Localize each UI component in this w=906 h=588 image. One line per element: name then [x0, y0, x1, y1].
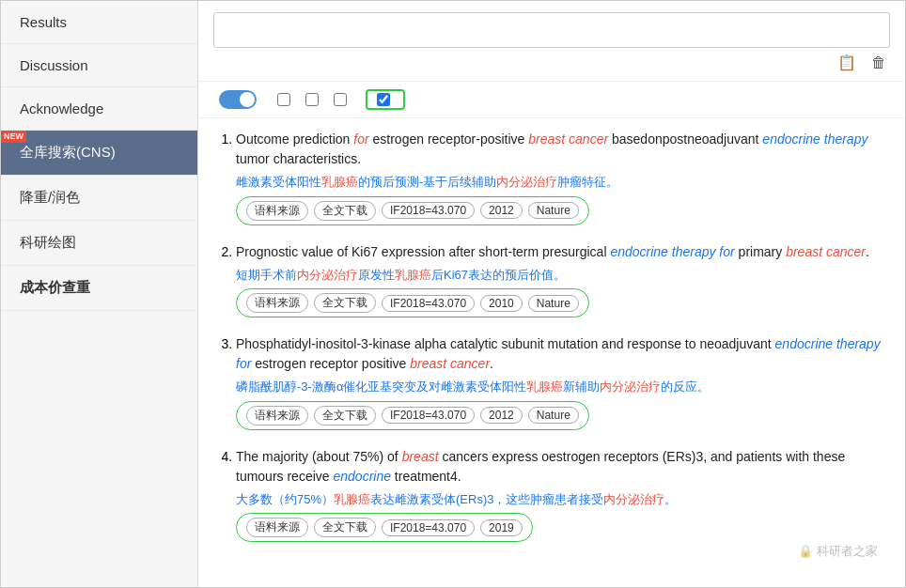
tag-----[interactable]: 全文下载 — [314, 293, 376, 313]
result-item-2: Prognostic value of Ki67 expression afte… — [236, 242, 890, 318]
filter-lt3[interactable] — [277, 93, 294, 106]
tag-Nature[interactable]: Nature — [528, 407, 579, 424]
tags-row-3: 语料来源全文下载IF2018=43.0702012Nature — [236, 401, 589, 430]
tag-----[interactable]: 语料来源 — [246, 406, 308, 426]
result-title-3: Phosphatidyl-inositol-3-kinase alpha cat… — [236, 334, 890, 374]
result-item-1: Outcome prediction for estrogen receptor… — [236, 130, 890, 225]
filter-gt10[interactable] — [334, 93, 351, 106]
translate-toggle-item — [213, 90, 257, 109]
tag-IF2018-43-070[interactable]: IF2018=43.070 — [382, 519, 475, 536]
filter-3-10[interactable] — [305, 93, 322, 106]
search-input[interactable] — [213, 12, 890, 48]
results-area: Outcome prediction for estrogen receptor… — [198, 118, 905, 587]
sidebar-label-discussion: Discussion — [20, 57, 88, 73]
sidebar-label-drawing: 科研绘图 — [20, 234, 76, 250]
search-bar-area: 📋 🗑 — [198, 1, 905, 82]
cns-filter-btn[interactable] — [366, 89, 405, 110]
sidebar-item-acknowledge[interactable]: Acknowledge — [1, 87, 197, 131]
sidebar-item-cns-search[interactable]: NEW全库搜索(CNS) — [1, 131, 197, 176]
results-list: Outcome prediction for estrogen receptor… — [213, 130, 890, 542]
filter-item — [272, 93, 351, 106]
tag-----[interactable]: 语料来源 — [246, 201, 308, 221]
translate-toggle[interactable] — [219, 90, 257, 109]
tag-----[interactable]: 语料来源 — [246, 518, 308, 537]
tags-row-2: 语料来源全文下载IF2018=43.0702010Nature — [236, 288, 589, 317]
tag-----[interactable]: 全文下载 — [314, 518, 376, 537]
tags-row-4: 语料来源全文下载IF2018=43.0702019 — [236, 513, 533, 542]
sidebar-item-rewrite[interactable]: 降重/润色 — [1, 176, 197, 221]
tag-IF2018-43-070[interactable]: IF2018=43.070 — [382, 202, 475, 219]
result-chinese-2: 短期手术前内分泌治疗原发性乳腺癌后Ki67表达的预后价值。 — [236, 266, 890, 285]
sidebar-item-discussion[interactable]: Discussion — [1, 44, 197, 87]
result-item-3: Phosphatidyl-inositol-3-kinase alpha cat… — [236, 334, 890, 430]
tag-IF2018-43-070[interactable]: IF2018=43.070 — [382, 295, 475, 312]
app-window: ResultsDiscussionAcknowledgeNEW全库搜索(CNS)… — [0, 0, 906, 588]
tag-IF2018-43-070[interactable]: IF2018=43.070 — [382, 407, 475, 424]
result-chinese-3: 磷脂酰肌醇-3-激酶α催化亚基突变及对雌激素受体阳性乳腺癌新辅助内分泌治疗的反应… — [236, 378, 890, 396]
result-chinese-1: 雌激素受体阳性乳腺癌的预后预测-基于后续辅助内分泌治疗肿瘤特征。 — [236, 173, 890, 192]
filter-lt3-checkbox[interactable] — [277, 93, 290, 106]
sidebar: ResultsDiscussionAcknowledgeNEW全库搜索(CNS)… — [1, 1, 198, 587]
filter-gt10-checkbox[interactable] — [334, 93, 347, 106]
tag-2010[interactable]: 2010 — [480, 295, 523, 312]
tag-2012[interactable]: 2012 — [480, 407, 523, 424]
tag-----[interactable]: 全文下载 — [314, 201, 376, 221]
result-title-4: The majority (about 75%) of breast cance… — [236, 447, 890, 487]
sidebar-item-results[interactable]: Results — [1, 1, 197, 44]
delete-icon-btn[interactable]: 🗑 — [867, 52, 890, 73]
tag-Nature[interactable]: Nature — [528, 295, 579, 312]
result-item-4: The majority (about 75%) of breast cance… — [236, 447, 890, 543]
toolbar — [198, 82, 905, 118]
sidebar-item-drawing[interactable]: 科研绘图 — [1, 221, 197, 266]
cns-checkbox[interactable] — [377, 93, 390, 106]
sidebar-item-cost-check[interactable]: 成本价查重 — [1, 266, 197, 311]
filter-3-10-checkbox[interactable] — [305, 93, 319, 106]
filter-options — [277, 93, 351, 106]
sidebar-label-cns-search: 全库搜索(CNS) — [20, 144, 116, 160]
tag-Nature[interactable]: Nature — [528, 202, 579, 219]
tag-2019[interactable]: 2019 — [480, 519, 523, 536]
tag-2012[interactable]: 2012 — [480, 202, 523, 219]
result-chinese-4: 大多数（约75%）乳腺癌表达雌激素受体(ERs)3，这些肿瘤患者接受内分泌治疗。 — [236, 490, 890, 509]
copy-icon-btn[interactable]: 📋 — [834, 52, 860, 73]
tag-----[interactable]: 全文下载 — [314, 406, 376, 426]
sidebar-label-cost-check: 成本价查重 — [20, 279, 90, 295]
sidebar-label-acknowledge: Acknowledge — [20, 101, 103, 116]
main-content: 📋 🗑 — [198, 1, 905, 587]
tag-----[interactable]: 语料来源 — [246, 293, 308, 313]
tags-row-1: 语料来源全文下载IF2018=43.0702012Nature — [236, 196, 589, 225]
result-title-1: Outcome prediction for estrogen receptor… — [236, 130, 890, 169]
result-title-2: Prognostic value of Ki67 expression afte… — [236, 242, 890, 262]
sidebar-label-rewrite: 降重/润色 — [20, 189, 80, 205]
sidebar-label-results: Results — [20, 14, 67, 30]
